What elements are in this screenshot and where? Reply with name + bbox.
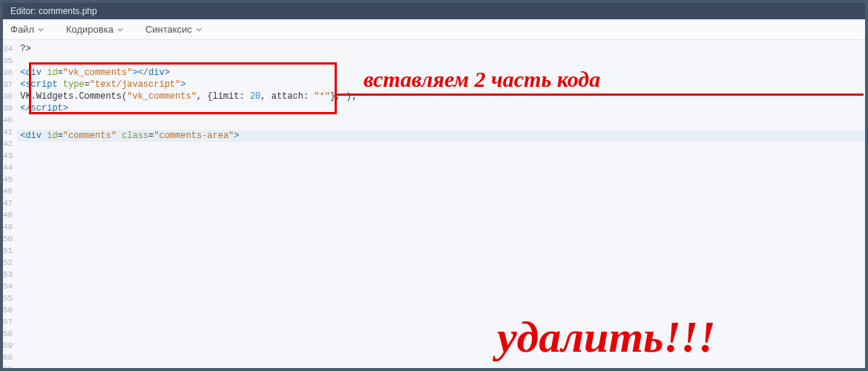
line-number: 48 [3, 209, 13, 221]
code-line [17, 114, 865, 126]
menu-file-label: Файл [10, 24, 34, 35]
line-number: 51 [3, 245, 13, 257]
line-gutter: 3435363738394041424344454647484950515253… [3, 40, 17, 368]
code-line: <div id="vk_comments"></div> [17, 67, 865, 79]
line-number: 37 [3, 79, 13, 91]
chevron-down-icon [117, 27, 123, 33]
code-line: VK.Widgets.Comments("vk_comments", {limi… [17, 91, 865, 102]
line-number: 52 [3, 257, 13, 269]
line-number: 36 [3, 67, 13, 79]
chevron-down-icon [38, 27, 44, 33]
code-line: </script> [17, 102, 865, 114]
line-number: 59 [3, 340, 13, 352]
line-number: 39 [3, 102, 13, 114]
line-number: 49 [3, 221, 13, 233]
chevron-down-icon [196, 27, 202, 33]
line-number: 54 [3, 280, 13, 292]
code-line [17, 55, 865, 67]
menu-syntax[interactable]: Синтаксис [145, 24, 202, 35]
line-number: 58 [3, 328, 13, 340]
code-area[interactable]: ?><div id="vk_comments"></div><script ty… [17, 40, 865, 368]
line-number: 46 [3, 186, 13, 197]
menu-encoding-label: Кодировка [66, 24, 114, 35]
line-number: 57 [3, 316, 13, 328]
window-title: Editor: comments.php [10, 6, 97, 16]
editor-window: Editor: comments.php Файл Кодировка Синт… [3, 3, 865, 368]
line-number: 55 [3, 292, 13, 304]
code-editor[interactable]: 3435363738394041424344454647484950515253… [3, 40, 865, 368]
line-number: 47 [3, 197, 13, 209]
code-line: ?> [17, 43, 865, 55]
menu-encoding[interactable]: Кодировка [66, 24, 123, 35]
line-number: 42 [3, 138, 13, 150]
menu-syntax-label: Синтаксис [145, 24, 192, 35]
line-number: 60 [3, 352, 13, 364]
line-number: 40 [3, 114, 13, 126]
line-number: 53 [3, 269, 13, 280]
code-line: <script type="text/javascript"> [17, 79, 865, 91]
line-number: 38 [3, 91, 13, 102]
line-number: 43 [3, 150, 13, 162]
line-number: 34 [3, 43, 13, 55]
menu-bar: Файл Кодировка Синтаксис [3, 19, 865, 40]
line-number: 45 [3, 174, 13, 186]
line-number: 50 [3, 233, 13, 245]
code-line: <div id="comments" class="comments-area"… [17, 130, 865, 142]
line-number: 56 [3, 304, 13, 316]
line-number: 61 [3, 364, 13, 368]
menu-file[interactable]: Файл [10, 24, 44, 35]
line-number: 35 [3, 55, 13, 67]
title-bar: Editor: comments.php [3, 3, 865, 19]
line-number: 44 [3, 162, 13, 174]
line-number: 41 [3, 126, 13, 138]
